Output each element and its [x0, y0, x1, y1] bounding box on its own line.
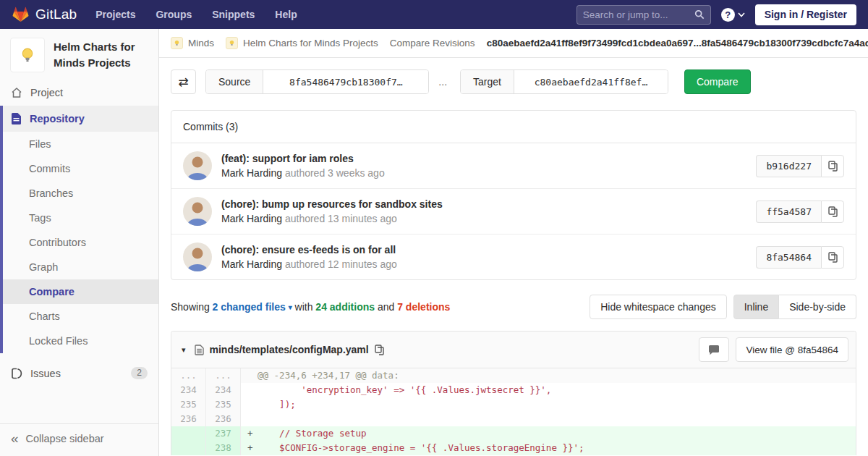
diff-code: // Storage setup: [258, 428, 367, 439]
commit-title[interactable]: (chore): bump up resources for sandbox s…: [221, 198, 443, 210]
source-label: Source: [206, 70, 263, 93]
target-ref-input[interactable]: [514, 70, 668, 93]
new-line-number[interactable]: 235: [206, 397, 241, 412]
new-line-number[interactable]: ...: [206, 368, 241, 383]
side-by-side-view-button[interactable]: Side-by-side: [779, 295, 856, 319]
nav-link-projects[interactable]: Projects: [95, 9, 135, 20]
nav-link-snippets[interactable]: Snippets: [212, 9, 255, 20]
sidebar-item-label: Issues: [30, 368, 61, 379]
copy-sha-button[interactable]: [821, 155, 844, 177]
copy-icon: [828, 206, 838, 217]
commit-title[interactable]: (chore): ensure es-feeds is on for all: [221, 244, 397, 256]
swap-revisions-button[interactable]: ⇄: [171, 69, 196, 94]
sidebar-item-charts[interactable]: Charts: [3, 304, 158, 329]
project-title: Helm Charts for Minds Projects: [54, 38, 148, 71]
diff-hunk-row: ... ... @@ -234,6 +234,17 @@ data:: [171, 368, 856, 383]
hide-whitespace-button[interactable]: Hide whitespace changes: [590, 295, 727, 319]
avatar[interactable]: [183, 242, 212, 271]
diff-file-path[interactable]: minds/templates/configMap.yaml: [210, 344, 369, 355]
old-line-number[interactable]: 235: [171, 397, 206, 412]
commit-time: authored 3 weeks ago: [285, 167, 385, 179]
commit-sha[interactable]: 8fa54864: [756, 246, 821, 269]
copy-sha-button[interactable]: [821, 246, 844, 269]
new-line-number[interactable]: 236: [206, 412, 241, 426]
commit-row: (chore): bump up resources for sandbox s…: [171, 189, 856, 235]
breadcrumb-item-minds[interactable]: Minds: [188, 38, 214, 48]
target-ref-group: Target: [460, 69, 668, 94]
issues-count-badge: 2: [131, 367, 148, 379]
deletions-count: 7 deletions: [397, 301, 450, 313]
new-line-number[interactable]: 234: [206, 383, 241, 397]
sidebar-item-graph[interactable]: Graph: [3, 255, 158, 279]
comment-on-file-button[interactable]: [699, 337, 729, 362]
diff-file-header: ▾ minds/templates/configMap.yaml View fi…: [171, 332, 856, 368]
sidebar-item-label: Repository: [30, 113, 85, 124]
diff-table: ... ... @@ -234,6 +234,17 @@ data: 234 2…: [171, 368, 856, 455]
commit-sha[interactable]: ff5a4587: [756, 200, 821, 223]
project-avatar: [10, 38, 45, 72]
old-line-number[interactable]: [171, 441, 206, 455]
changed-files-dropdown[interactable]: 2 changed files ▾: [213, 301, 292, 313]
avatar[interactable]: [183, 151, 212, 180]
commit-author[interactable]: Mark Harding: [221, 213, 282, 224]
breadcrumb-item-project[interactable]: Helm Charts for Minds Projects: [243, 38, 378, 48]
global-search[interactable]: [576, 5, 711, 25]
commit-title[interactable]: (feat): support for iam roles: [221, 153, 385, 164]
commit-time: authored 12 minutes ago: [285, 258, 397, 270]
sidebar-item-branches[interactable]: Branches: [3, 181, 158, 206]
commit-sha[interactable]: b916d227: [756, 155, 821, 177]
old-line-number[interactable]: 234: [171, 383, 206, 397]
breadcrumb-item-compare-revisions[interactable]: Compare Revisions: [390, 38, 475, 48]
sidebar-item-issues[interactable]: Issues 2: [0, 360, 158, 387]
new-line-number[interactable]: 238: [206, 441, 241, 455]
sidebar-item-locked-files[interactable]: Locked Files: [3, 329, 158, 353]
sidebar-item-commits[interactable]: Commits: [3, 156, 158, 181]
diff-context-row: 236 236: [171, 412, 856, 426]
issues-icon: [11, 368, 22, 379]
project-header[interactable]: Helm Charts for Minds Projects: [0, 29, 158, 80]
commit-row: (feat): support for iam roles Mark Hardi…: [171, 143, 856, 189]
sidebar-item-repository[interactable]: Repository: [3, 106, 158, 132]
sidebar-item-project[interactable]: Project: [0, 80, 158, 106]
old-line-number[interactable]: 236: [171, 412, 206, 426]
navbar-links: Projects Groups Snippets Help: [95, 9, 297, 20]
collapse-diff-caret[interactable]: ▾: [179, 345, 189, 355]
ref-separator: ...: [438, 76, 447, 88]
sidebar-item-compare[interactable]: Compare: [3, 279, 158, 304]
nav-link-help[interactable]: Help: [275, 9, 297, 20]
breadcrumb: Minds Helm Charts for Minds Projects Com…: [159, 29, 868, 58]
sidebar-item-files[interactable]: Files: [3, 132, 158, 156]
sign-in-register-button[interactable]: Sign in / Register: [755, 4, 856, 25]
gitlab-tanuki-icon: [12, 6, 30, 23]
collapse-sidebar-button[interactable]: « Collapse sidebar: [0, 423, 158, 456]
old-line-number[interactable]: ...: [171, 368, 206, 383]
diff-view-toggle: Inline Side-by-side: [733, 295, 856, 319]
old-line-number[interactable]: [171, 426, 206, 441]
brand-text: GitLab: [35, 7, 77, 22]
commit-author[interactable]: Mark Harding: [221, 167, 282, 179]
copy-sha-button[interactable]: [821, 200, 844, 223]
copy-icon: [828, 252, 838, 263]
question-icon: ?: [721, 8, 735, 22]
swap-arrows-icon: ⇄: [178, 75, 188, 90]
diff-code: @@ -234,6 +234,17 @@ data:: [258, 370, 399, 381]
compare-button[interactable]: Compare: [684, 69, 751, 94]
commit-author[interactable]: Mark Harding: [221, 258, 282, 270]
sidebar-item-tags[interactable]: Tags: [3, 206, 158, 230]
copy-path-icon[interactable]: [375, 345, 384, 355]
sidebar-item-contributors[interactable]: Contributors: [3, 230, 158, 255]
breadcrumb-current-range: c80aebaefd2a41ff8ef9f73499fcd1cbdea0a697…: [487, 38, 868, 48]
view-file-button[interactable]: View file @ 8fa54864: [736, 337, 848, 362]
avatar[interactable]: [183, 197, 212, 226]
document-icon: [11, 113, 22, 124]
search-icon: [694, 9, 705, 20]
help-menu[interactable]: ?: [721, 8, 745, 22]
diff-added-row: 238 + $CONFIG->storage_engine = '{{ .Val…: [171, 441, 856, 455]
nav-link-groups[interactable]: Groups: [156, 9, 192, 20]
inline-view-button[interactable]: Inline: [733, 295, 779, 319]
file-icon: [195, 345, 204, 355]
gitlab-logo[interactable]: GitLab: [12, 6, 77, 23]
search-input[interactable]: [583, 9, 690, 20]
source-ref-input[interactable]: [263, 70, 428, 93]
new-line-number[interactable]: 237: [206, 426, 241, 441]
